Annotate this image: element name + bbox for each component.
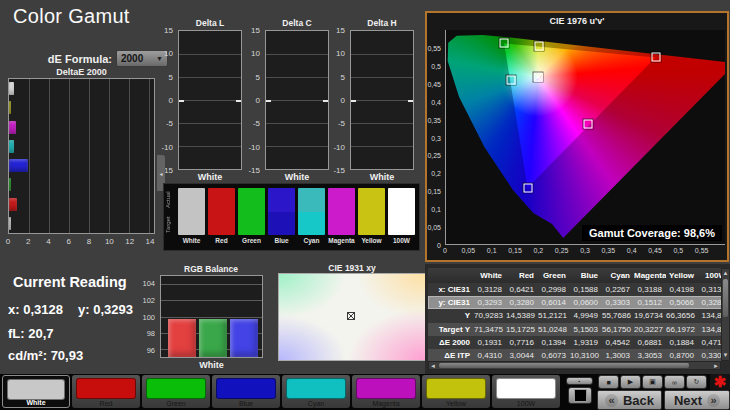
table-cell: 0,6421	[506, 285, 538, 294]
vscroll-thumb[interactable]	[723, 279, 728, 317]
swatch-actual	[328, 188, 355, 212]
pattern-button-yellow[interactable]: Yellow	[422, 375, 490, 408]
swatch-target	[238, 212, 265, 235]
table-hscrollbar[interactable]: ◄ ►	[428, 361, 721, 370]
delta-chart-y-axis: 151050-5-10-15	[158, 30, 175, 170]
hscroll-thumb[interactable]	[439, 363, 689, 368]
pattern-label: Blue	[212, 400, 280, 407]
swatch-label: White	[178, 237, 205, 244]
reading-x: x: 0,3128	[8, 302, 63, 317]
column-header-magenta: Magenta	[634, 271, 666, 280]
pattern-button-cyan[interactable]: Cyan	[282, 375, 350, 408]
grid-line	[179, 100, 241, 101]
reading-y: y: 0,3293	[78, 302, 133, 317]
delta-chart-delta-l[interactable]	[178, 30, 242, 170]
y-tick-label: -5	[166, 119, 173, 128]
deltae-bar-magenta	[9, 121, 16, 134]
grid-line	[266, 123, 328, 124]
table-cell: 0,6014	[538, 298, 570, 307]
back-button[interactable]: « Back	[597, 390, 662, 410]
pattern-button-white[interactable]: White	[2, 375, 70, 408]
pattern-label: White	[3, 399, 69, 406]
pattern-button-green[interactable]: Green	[142, 375, 210, 408]
zero-tick	[179, 100, 184, 102]
x-tick-label: 0,25	[555, 247, 569, 254]
grid-line	[351, 146, 413, 147]
stop-button[interactable]: ■	[598, 375, 619, 389]
pattern-button-blue[interactable]: Blue	[212, 375, 280, 408]
delta-chart-delta-c[interactable]	[265, 30, 329, 170]
dot-icon: ▪	[579, 378, 581, 384]
pattern-button-magenta[interactable]: Magenta	[352, 375, 420, 408]
rgb-bar-green	[199, 319, 227, 357]
y-tick-label: 10	[336, 49, 345, 58]
swatch-target	[208, 212, 235, 235]
scroll-right-icon[interactable]: ►	[713, 363, 719, 370]
y-tick-label: 0,15	[427, 188, 441, 195]
cie1931-panel[interactable]	[278, 273, 426, 361]
y-tick-label: 10	[164, 49, 173, 58]
stop-icon: ■	[606, 379, 610, 386]
table-row[interactable]: y: CIE310,32930,32800,60140,06000,33030,…	[428, 296, 730, 309]
grid-line	[89, 79, 90, 233]
pattern-bar: WhiteRedGreenBlueCyanMagentaYellow100W ▪…	[0, 374, 730, 410]
next-button[interactable]: Next »	[664, 390, 730, 410]
back-chevron-icon: «	[605, 394, 618, 407]
table-cell: 0,1394	[538, 338, 570, 347]
play-button[interactable]: ▶	[620, 375, 641, 389]
cie1976-panel[interactable]: CIE 1976 u'v' Gamut Coverage: 98,6% 0,55…	[425, 11, 729, 262]
deltae-chart[interactable]	[8, 78, 155, 234]
delta-chart-delta-h[interactable]	[350, 30, 414, 170]
rgb-balance-chart[interactable]	[160, 275, 263, 358]
pattern-popup-button[interactable]: ▪	[566, 377, 593, 385]
delta-chart-title: Delta C	[257, 18, 337, 28]
table-cell: 4,9949	[570, 311, 602, 320]
table-row[interactable]: ΔE 20000,19310,77160,13941,93190,45420,6…	[428, 336, 730, 349]
y-tick-label: -10	[333, 142, 345, 151]
grid-line	[266, 146, 328, 147]
pattern-preview-button[interactable]	[568, 387, 592, 404]
table-cell: 1,3003	[602, 351, 634, 360]
pattern-label: 100W	[492, 400, 560, 407]
table-cell: 0,3303	[602, 298, 634, 307]
alert-asterisk-icon[interactable]: ✱	[710, 374, 730, 390]
scroll-down-icon[interactable]: ▼	[722, 352, 729, 359]
current-reading-title: Current Reading	[13, 274, 127, 290]
table-row[interactable]: x: CIE310,31280,64210,29980,15880,22670,…	[428, 283, 730, 296]
y-tick-label: -5	[253, 119, 260, 128]
refresh-button[interactable]: ↻	[686, 375, 707, 389]
grid-line	[49, 79, 50, 233]
table-cell: 0,3188	[634, 285, 666, 294]
table-vscrollbar[interactable]: ▲ ▼	[721, 268, 730, 361]
green-point-marker	[500, 39, 509, 48]
play-icon: ▶	[628, 378, 633, 386]
de-formula-label: dE Formula:	[0, 53, 112, 65]
table-cell: 0,3293	[474, 298, 506, 307]
color-gamut-window: Color Gamut dE Formula: 2000 ▼ DeltaE 20…	[0, 0, 730, 410]
swatch-actual	[208, 188, 235, 212]
pattern-label: Magenta	[352, 400, 420, 407]
zero-tick	[351, 100, 356, 102]
x-tick-label: 0,55	[695, 247, 709, 254]
de-formula-value: 2000	[121, 53, 143, 64]
scroll-left-icon[interactable]: ◄	[430, 363, 436, 370]
x-tick-label: 12	[125, 237, 134, 246]
grid-line	[266, 54, 328, 55]
y-tick-label: 0,5	[431, 62, 441, 69]
x-tick-label: 0,05	[462, 247, 476, 254]
swatch-label: Yellow	[358, 237, 385, 244]
continuous-read-button[interactable]: ∞	[664, 375, 685, 389]
table-row[interactable]: Y70,928314,538951,21214,994955,768619,67…	[428, 309, 730, 322]
reading-cdm2: cd/m²: 70,93	[8, 348, 83, 363]
table-cell: 56,1750	[602, 325, 634, 334]
save-button[interactable]: ▣	[642, 375, 663, 389]
table-row[interactable]: Target Y71,347515,172551,02485,150356,17…	[428, 323, 730, 336]
x-tick-label: 0,35	[602, 247, 616, 254]
table-row[interactable]: ΔE ITP0,43103,00440,607310,31001,30033,3…	[428, 349, 730, 361]
y-tick-label: 98	[147, 329, 155, 338]
swatch-target	[298, 212, 325, 235]
pattern-button-red[interactable]: Red	[72, 375, 140, 408]
scroll-up-icon[interactable]: ▲	[722, 270, 729, 277]
pattern-button-100w[interactable]: 100W	[492, 375, 560, 408]
y-tick-label: 0,1	[431, 206, 441, 213]
